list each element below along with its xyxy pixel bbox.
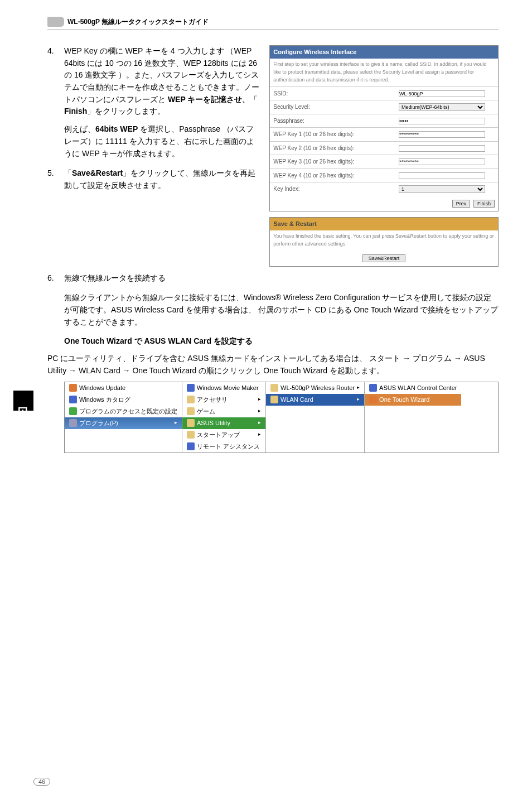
step6-subbody: PC にユーティリティ、ドライブを含む ASUS 無線カードをインストールしてあ…	[47, 353, 499, 377]
finish-button[interactable]: Finish	[473, 200, 495, 208]
step-body: WEP Key の欄に WEP キーを 4 つ入力します （WEP 64bits…	[64, 45, 259, 160]
configure-wireless-panel: Configure Wireless Interface First step …	[269, 45, 499, 211]
startmenu-col-2: WL-500gP Wireless Router WLAN Card	[266, 382, 365, 453]
app-icon	[369, 384, 377, 392]
passphrase-input[interactable]	[399, 118, 485, 124]
text: 」をクリックします。	[87, 107, 165, 115]
folder-icon	[187, 396, 195, 403]
keyindex-label: Key Index:	[270, 182, 395, 196]
accessories-item[interactable]: アクセサリ	[182, 394, 265, 406]
asus-utility-item[interactable]: ASUS Utility	[182, 417, 265, 429]
wepkey4-label: WEP Key 4 (10 or 26 hex digits):	[270, 169, 395, 182]
wepkey4-input[interactable]	[399, 172, 485, 179]
text-bold: Finish	[64, 107, 87, 115]
windows-update-item[interactable]: Windows Update	[65, 382, 182, 394]
update-icon	[69, 384, 77, 392]
step-number: 5.	[47, 167, 57, 191]
label: プログラム(P)	[79, 418, 118, 428]
folder-icon	[270, 396, 278, 403]
security-label: Security Level:	[270, 100, 395, 114]
label: Windows Movie Maker	[197, 383, 259, 393]
label: Windows カタログ	[79, 395, 130, 405]
movie-maker-item[interactable]: Windows Movie Maker	[182, 382, 265, 394]
program-access-item[interactable]: プログラムのアクセスと既定の設定	[65, 406, 182, 417]
language-tab: 日本語	[13, 391, 33, 411]
wepkey3-input[interactable]	[399, 158, 485, 165]
step6-subheading: One Touch Wizard で ASUS WLAN Card を設定する	[64, 335, 499, 348]
text-bold: WEP キーを記憶させ、	[168, 95, 250, 104]
step-number: 4.	[47, 45, 57, 160]
ssid-label: SSID:	[270, 87, 395, 100]
label: プログラムのアクセスと既定の設定	[79, 407, 177, 416]
step-5: 5. 「Save&Restart」をクリックして、無線ルータを再起動して設定を反…	[47, 167, 259, 191]
games-item[interactable]: ゲーム	[182, 406, 265, 417]
startup-item[interactable]: スタートアップ	[182, 429, 265, 441]
label: スタートアップ	[197, 430, 240, 440]
label: WL-500gP Wireless Router	[280, 383, 355, 393]
wepkey1-label: WEP Key 1 (10 or 26 hex digits):	[270, 128, 395, 141]
step-4: 4. WEP Key の欄に WEP キーを 4 つ入力します （WEP 64b…	[47, 45, 259, 160]
page-header: WL-500gP 無線ルータクイックスタートガイド	[47, 17, 499, 30]
label: アクセサリ	[197, 395, 228, 405]
startmenu-col-1: Windows Movie Maker アクセサリ ゲーム ASUS Utili…	[182, 382, 266, 453]
start-menu: Windows Update Windows カタログ プログラムのアクセスと既…	[64, 382, 499, 453]
windows-catalog-item[interactable]: Windows カタログ	[65, 394, 182, 406]
control-center-item[interactable]: ASUS WLAN Control Center	[365, 382, 461, 394]
label: ASUS WLAN Control Center	[379, 383, 457, 393]
startmenu-col-3: ASUS WLAN Control Center One Touch Wizar…	[365, 382, 461, 453]
wepkey2-label: WEP Key 2 (10 or 26 hex digits):	[270, 142, 395, 155]
programs-item[interactable]: プログラム(P)	[65, 417, 182, 429]
step6-desc: 無線クライアントから無線ルータに接続するには、Windows® Wireless…	[64, 292, 499, 328]
wepkey3-label: WEP Key 3 (10 or 26 hex digits):	[270, 155, 395, 169]
label: ASUS Utility	[197, 418, 230, 428]
text-bold: 64bits WEP	[95, 124, 138, 133]
wepkey2-input[interactable]	[399, 145, 485, 152]
folder-icon	[187, 407, 195, 415]
text-bold: Save&Restart	[72, 169, 123, 177]
catalog-icon	[69, 396, 77, 403]
step-6: 6. 無線で無線ルータを接続する	[47, 272, 499, 285]
main-content: 4. WEP Key の欄に WEP キーを 4 つ入力します （WEP 64b…	[47, 45, 499, 453]
folder-icon	[270, 384, 278, 392]
movie-icon	[187, 384, 195, 392]
wireless-router-item[interactable]: WL-500gP Wireless Router	[266, 382, 364, 394]
passphrase-label: Passphrase:	[270, 114, 395, 128]
label: ゲーム	[197, 407, 215, 416]
wizard-icon	[369, 396, 377, 403]
wlan-card-item[interactable]: WLAN Card	[266, 394, 364, 406]
step-body: 無線で無線ルータを接続する	[64, 272, 499, 285]
step-number: 6.	[47, 272, 57, 285]
save-restart-button[interactable]: Save&Restart	[362, 254, 406, 262]
security-select[interactable]: Medium(WEP-64bits)	[399, 103, 485, 111]
panel-desc: You have finished the basic setting. You…	[270, 230, 498, 251]
text: 例えば、	[64, 124, 95, 133]
header-title: WL-500gP 無線ルータクイックスタートガイド	[67, 17, 209, 27]
text: 「	[250, 95, 258, 104]
save-restart-panel: Save & Restart You have finished the bas…	[269, 217, 499, 266]
step-body: 「Save&Restart」をクリックして、無線ルータを再起動して設定を反映させ…	[64, 167, 259, 191]
remote-icon	[187, 442, 195, 450]
prev-button[interactable]: Prev	[452, 200, 471, 208]
folder-icon	[187, 419, 195, 427]
panel-title: Save & Restart	[270, 218, 498, 230]
label: リモート アシスタンス	[197, 442, 260, 451]
remote-assistance-item[interactable]: リモート アシスタンス	[182, 441, 265, 453]
folder-icon	[187, 431, 195, 439]
wepkey1-input[interactable]	[399, 131, 485, 138]
keyindex-select[interactable]: 1	[399, 185, 485, 193]
text: 「	[64, 169, 72, 177]
startmenu-col-0: Windows Update Windows カタログ プログラムのアクセスと既…	[65, 382, 182, 453]
router-icon	[47, 17, 64, 27]
one-touch-wizard-item[interactable]: One Touch Wizard	[365, 394, 461, 406]
page-number: 46	[33, 778, 50, 786]
label: WLAN Card	[280, 395, 313, 405]
access-icon	[69, 407, 77, 415]
label: Windows Update	[79, 383, 125, 393]
panel-title: Configure Wireless Interface	[270, 46, 498, 59]
ssid-input[interactable]	[399, 90, 485, 97]
panel-desc: First step to set your wireless interfac…	[270, 59, 498, 86]
programs-icon	[69, 419, 77, 427]
label: One Touch Wizard	[379, 395, 429, 405]
